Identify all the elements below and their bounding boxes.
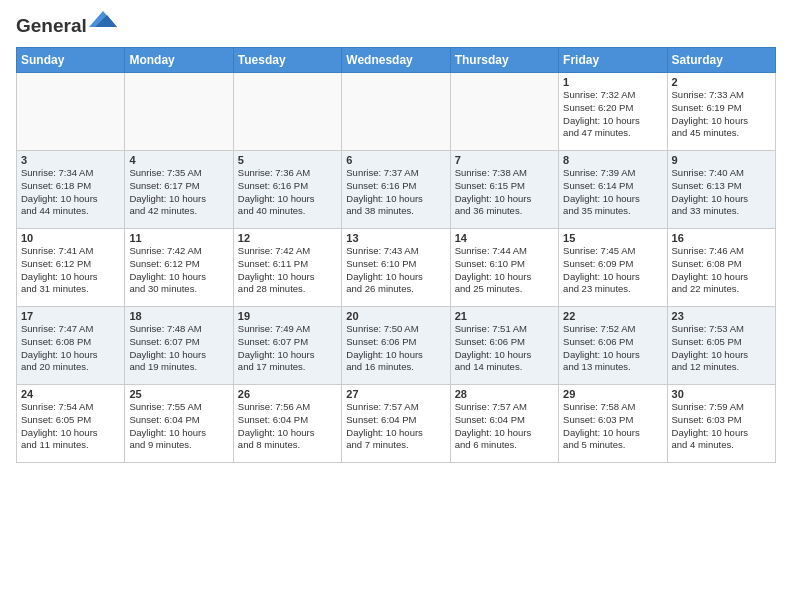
day-info: Sunrise: 7:48 AM Sunset: 6:07 PM Dayligh… [129, 323, 228, 374]
calendar-cell: 10Sunrise: 7:41 AM Sunset: 6:12 PM Dayli… [17, 228, 125, 306]
logo-icon [89, 9, 117, 33]
day-info: Sunrise: 7:56 AM Sunset: 6:04 PM Dayligh… [238, 401, 337, 452]
calendar-cell: 22Sunrise: 7:52 AM Sunset: 6:06 PM Dayli… [559, 306, 667, 384]
calendar-week-2: 3Sunrise: 7:34 AM Sunset: 6:18 PM Daylig… [17, 150, 776, 228]
weekday-header-tuesday: Tuesday [233, 47, 341, 72]
day-number: 14 [455, 232, 554, 244]
calendar-cell [342, 72, 450, 150]
calendar-header-row: SundayMondayTuesdayWednesdayThursdayFrid… [17, 47, 776, 72]
calendar-cell: 15Sunrise: 7:45 AM Sunset: 6:09 PM Dayli… [559, 228, 667, 306]
calendar-cell: 11Sunrise: 7:42 AM Sunset: 6:12 PM Dayli… [125, 228, 233, 306]
day-number: 7 [455, 154, 554, 166]
day-number: 10 [21, 232, 120, 244]
calendar-cell: 28Sunrise: 7:57 AM Sunset: 6:04 PM Dayli… [450, 384, 558, 462]
day-number: 16 [672, 232, 771, 244]
day-number: 18 [129, 310, 228, 322]
calendar-table: SundayMondayTuesdayWednesdayThursdayFrid… [16, 47, 776, 463]
day-info: Sunrise: 7:39 AM Sunset: 6:14 PM Dayligh… [563, 167, 662, 218]
day-info: Sunrise: 7:49 AM Sunset: 6:07 PM Dayligh… [238, 323, 337, 374]
day-number: 15 [563, 232, 662, 244]
calendar-cell: 8Sunrise: 7:39 AM Sunset: 6:14 PM Daylig… [559, 150, 667, 228]
weekday-header-monday: Monday [125, 47, 233, 72]
day-number: 23 [672, 310, 771, 322]
day-number: 17 [21, 310, 120, 322]
calendar-cell: 30Sunrise: 7:59 AM Sunset: 6:03 PM Dayli… [667, 384, 775, 462]
calendar-cell: 27Sunrise: 7:57 AM Sunset: 6:04 PM Dayli… [342, 384, 450, 462]
day-info: Sunrise: 7:50 AM Sunset: 6:06 PM Dayligh… [346, 323, 445, 374]
logo-general: General [16, 15, 87, 36]
day-number: 28 [455, 388, 554, 400]
day-info: Sunrise: 7:41 AM Sunset: 6:12 PM Dayligh… [21, 245, 120, 296]
calendar-week-5: 24Sunrise: 7:54 AM Sunset: 6:05 PM Dayli… [17, 384, 776, 462]
day-info: Sunrise: 7:40 AM Sunset: 6:13 PM Dayligh… [672, 167, 771, 218]
calendar-week-4: 17Sunrise: 7:47 AM Sunset: 6:08 PM Dayli… [17, 306, 776, 384]
day-number: 21 [455, 310, 554, 322]
calendar-cell: 13Sunrise: 7:43 AM Sunset: 6:10 PM Dayli… [342, 228, 450, 306]
calendar-cell: 18Sunrise: 7:48 AM Sunset: 6:07 PM Dayli… [125, 306, 233, 384]
day-number: 19 [238, 310, 337, 322]
weekday-header-friday: Friday [559, 47, 667, 72]
day-info: Sunrise: 7:42 AM Sunset: 6:11 PM Dayligh… [238, 245, 337, 296]
day-info: Sunrise: 7:47 AM Sunset: 6:08 PM Dayligh… [21, 323, 120, 374]
day-number: 30 [672, 388, 771, 400]
calendar-cell: 21Sunrise: 7:51 AM Sunset: 6:06 PM Dayli… [450, 306, 558, 384]
day-info: Sunrise: 7:38 AM Sunset: 6:15 PM Dayligh… [455, 167, 554, 218]
calendar-cell: 20Sunrise: 7:50 AM Sunset: 6:06 PM Dayli… [342, 306, 450, 384]
calendar-cell: 6Sunrise: 7:37 AM Sunset: 6:16 PM Daylig… [342, 150, 450, 228]
day-number: 24 [21, 388, 120, 400]
weekday-header-sunday: Sunday [17, 47, 125, 72]
calendar-cell: 25Sunrise: 7:55 AM Sunset: 6:04 PM Dayli… [125, 384, 233, 462]
calendar-cell: 12Sunrise: 7:42 AM Sunset: 6:11 PM Dayli… [233, 228, 341, 306]
day-info: Sunrise: 7:52 AM Sunset: 6:06 PM Dayligh… [563, 323, 662, 374]
header: General [16, 16, 776, 35]
day-number: 2 [672, 76, 771, 88]
day-info: Sunrise: 7:59 AM Sunset: 6:03 PM Dayligh… [672, 401, 771, 452]
day-number: 13 [346, 232, 445, 244]
day-number: 8 [563, 154, 662, 166]
day-number: 11 [129, 232, 228, 244]
day-number: 9 [672, 154, 771, 166]
day-number: 25 [129, 388, 228, 400]
day-number: 6 [346, 154, 445, 166]
day-info: Sunrise: 7:55 AM Sunset: 6:04 PM Dayligh… [129, 401, 228, 452]
day-number: 3 [21, 154, 120, 166]
calendar-cell: 26Sunrise: 7:56 AM Sunset: 6:04 PM Dayli… [233, 384, 341, 462]
day-info: Sunrise: 7:33 AM Sunset: 6:19 PM Dayligh… [672, 89, 771, 140]
calendar-cell [17, 72, 125, 150]
day-info: Sunrise: 7:44 AM Sunset: 6:10 PM Dayligh… [455, 245, 554, 296]
weekday-header-thursday: Thursday [450, 47, 558, 72]
day-info: Sunrise: 7:54 AM Sunset: 6:05 PM Dayligh… [21, 401, 120, 452]
calendar-cell: 29Sunrise: 7:58 AM Sunset: 6:03 PM Dayli… [559, 384, 667, 462]
day-number: 27 [346, 388, 445, 400]
day-info: Sunrise: 7:42 AM Sunset: 6:12 PM Dayligh… [129, 245, 228, 296]
day-info: Sunrise: 7:36 AM Sunset: 6:16 PM Dayligh… [238, 167, 337, 218]
day-number: 26 [238, 388, 337, 400]
calendar-cell: 7Sunrise: 7:38 AM Sunset: 6:15 PM Daylig… [450, 150, 558, 228]
calendar-cell: 17Sunrise: 7:47 AM Sunset: 6:08 PM Dayli… [17, 306, 125, 384]
calendar-cell: 23Sunrise: 7:53 AM Sunset: 6:05 PM Dayli… [667, 306, 775, 384]
calendar-cell: 2Sunrise: 7:33 AM Sunset: 6:19 PM Daylig… [667, 72, 775, 150]
day-info: Sunrise: 7:34 AM Sunset: 6:18 PM Dayligh… [21, 167, 120, 218]
day-number: 29 [563, 388, 662, 400]
calendar-cell: 4Sunrise: 7:35 AM Sunset: 6:17 PM Daylig… [125, 150, 233, 228]
day-info: Sunrise: 7:46 AM Sunset: 6:08 PM Dayligh… [672, 245, 771, 296]
day-info: Sunrise: 7:37 AM Sunset: 6:16 PM Dayligh… [346, 167, 445, 218]
day-info: Sunrise: 7:32 AM Sunset: 6:20 PM Dayligh… [563, 89, 662, 140]
day-info: Sunrise: 7:57 AM Sunset: 6:04 PM Dayligh… [346, 401, 445, 452]
weekday-header-saturday: Saturday [667, 47, 775, 72]
calendar-week-1: 1Sunrise: 7:32 AM Sunset: 6:20 PM Daylig… [17, 72, 776, 150]
day-number: 5 [238, 154, 337, 166]
day-info: Sunrise: 7:35 AM Sunset: 6:17 PM Dayligh… [129, 167, 228, 218]
day-number: 1 [563, 76, 662, 88]
calendar-cell [125, 72, 233, 150]
day-info: Sunrise: 7:43 AM Sunset: 6:10 PM Dayligh… [346, 245, 445, 296]
calendar-cell: 9Sunrise: 7:40 AM Sunset: 6:13 PM Daylig… [667, 150, 775, 228]
day-number: 20 [346, 310, 445, 322]
calendar-cell: 16Sunrise: 7:46 AM Sunset: 6:08 PM Dayli… [667, 228, 775, 306]
calendar-cell: 3Sunrise: 7:34 AM Sunset: 6:18 PM Daylig… [17, 150, 125, 228]
calendar-cell [450, 72, 558, 150]
day-number: 22 [563, 310, 662, 322]
logo: General [16, 16, 117, 35]
day-number: 12 [238, 232, 337, 244]
calendar-week-3: 10Sunrise: 7:41 AM Sunset: 6:12 PM Dayli… [17, 228, 776, 306]
